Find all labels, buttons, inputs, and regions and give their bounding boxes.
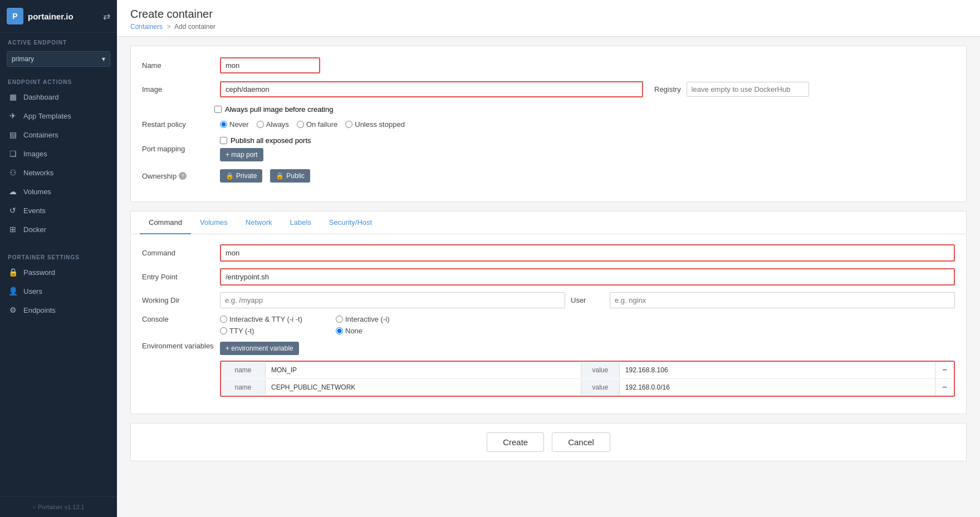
env-remove-button-1[interactable]: − [935, 362, 954, 378]
registry-input[interactable] [687, 82, 809, 97]
publish-ports-label: Publish all exposed ports [231, 136, 311, 145]
add-env-variable-button[interactable]: + environment variable [220, 342, 299, 355]
tab-network[interactable]: Network [237, 211, 281, 234]
tab-volumes[interactable]: Volumes [191, 211, 237, 234]
workingdir-input[interactable] [220, 292, 565, 308]
ownership-help-icon[interactable]: ? [179, 172, 187, 180]
restart-on-failure[interactable]: On failure [297, 120, 337, 129]
sidebar-item-containers[interactable]: ▤ Containers [0, 125, 117, 144]
lock-icon: 🔒 [226, 172, 234, 180]
portainer-settings-label: PORTAINER SETTINGS [0, 248, 117, 263]
create-container-form: Name Image Registry Always pull image be… [130, 46, 967, 202]
publish-ports-checkbox[interactable] [220, 137, 227, 144]
sidebar-item-dashboard[interactable]: ▦ Dashboard [0, 87, 117, 106]
env-table-row: name value − [221, 379, 954, 396]
sidebar-item-label: Users [23, 287, 42, 296]
name-label: Name [142, 61, 214, 70]
sidebar-item-docker[interactable]: ⊞ Docker [0, 220, 117, 239]
command-label: Command [142, 249, 214, 257]
workingdir-user-row: Working Dir User [142, 292, 955, 308]
restart-never[interactable]: Never [220, 120, 249, 129]
sidebar-item-label: App Templates [23, 112, 71, 120]
pull-checkbox[interactable] [214, 106, 222, 113]
page-header: Create container Containers > Add contai… [117, 0, 980, 37]
console-none-label: None [345, 327, 362, 335]
env-remove-button-2[interactable]: − [935, 379, 954, 396]
networks-icon: ⚇ [8, 168, 18, 177]
sidebar-item-label: Images [23, 150, 47, 158]
events-icon: ↺ [8, 206, 18, 215]
users-icon: 👤 [8, 287, 18, 296]
sidebar-item-label: Dashboard [23, 93, 59, 101]
sidebar-item-password[interactable]: 🔒 Password [0, 263, 117, 282]
volumes-icon: ☁ [8, 187, 18, 196]
sidebar-item-endpoints[interactable]: ⚙ Endpoints [0, 301, 117, 319]
entrypoint-input[interactable] [220, 268, 955, 285]
endpoint-selector[interactable]: primary ▾ [7, 51, 110, 67]
user-input[interactable] [610, 292, 955, 308]
restart-policy-label: Restart policy [142, 120, 214, 129]
version-text: Portainer v1.12.1 [38, 504, 85, 510]
console-tty-label: TTY (-t) [229, 327, 254, 335]
sidebar-item-label: Volumes [23, 188, 51, 196]
main-content: Create container Containers > Add contai… [117, 0, 980, 517]
breadcrumb-separator: > [166, 23, 170, 31]
pull-checkbox-row: Always pull image before creating [214, 105, 955, 114]
tab-labels[interactable]: Labels [281, 211, 320, 234]
breadcrumb-link[interactable]: Containers [130, 23, 163, 31]
restart-unless-stopped[interactable]: Unless stopped [345, 120, 405, 129]
sidebar-item-images[interactable]: ❏ Images [0, 144, 117, 163]
command-row: Command [142, 244, 955, 262]
env-value-input-1[interactable] [620, 363, 935, 377]
sidebar-logo: P portainer.io ⇄ [0, 0, 117, 33]
create-button[interactable]: Create [487, 432, 544, 452]
portainer-logo-icon: P [7, 8, 23, 24]
sidebar-item-users[interactable]: 👤 Users [0, 282, 117, 301]
cancel-button[interactable]: Cancel [552, 432, 610, 452]
env-name-label-2: name [221, 380, 266, 395]
console-interactive[interactable]: Interactive (-i) [336, 315, 389, 323]
env-value-input-2[interactable] [620, 380, 935, 395]
command-input[interactable] [220, 244, 955, 262]
images-icon: ❏ [8, 149, 18, 158]
image-label: Image [142, 85, 214, 93]
tab-security-host[interactable]: Security/Host [320, 211, 381, 234]
public-button[interactable]: 🔒 Public [270, 169, 310, 183]
password-icon: 🔒 [8, 268, 18, 277]
console-tty[interactable]: TTY (-t) [220, 327, 302, 335]
env-name-label-1: name [221, 362, 266, 378]
transfer-icon[interactable]: ⇄ [103, 11, 110, 22]
map-port-button[interactable]: + map port [220, 148, 263, 161]
endpoints-icon: ⚙ [8, 306, 18, 314]
sidebar-item-events[interactable]: ↺ Events [0, 201, 117, 220]
sidebar-item-label: Events [23, 206, 46, 215]
tab-command[interactable]: Command [140, 211, 191, 234]
ownership-row: Ownership ? 🔒 Private 🔒 Public [142, 169, 955, 183]
port-mapping-label: Port mapping [142, 145, 214, 153]
sidebar-item-app-templates[interactable]: ✈ App Templates [0, 106, 117, 125]
sidebar-item-networks[interactable]: ⚇ Networks [0, 163, 117, 182]
endpoint-value: primary [12, 55, 34, 63]
app-templates-icon: ✈ [8, 111, 18, 120]
endpoint-actions-label: ENDPOINT ACTIONS [0, 72, 117, 87]
console-interactive-tty-label: Interactive & TTY (-i -t) [229, 315, 302, 323]
env-name-input-1[interactable] [266, 363, 581, 377]
image-row: Image Registry [142, 81, 955, 97]
sidebar-item-volumes[interactable]: ☁ Volumes [0, 182, 117, 201]
port-mapping-row: Port mapping Publish all exposed ports +… [142, 136, 955, 161]
console-label: Console [142, 315, 214, 323]
console-interactive-tty[interactable]: Interactive & TTY (-i -t) [220, 315, 302, 323]
console-interactive-label: Interactive (-i) [345, 315, 389, 323]
containers-icon: ▤ [8, 130, 18, 139]
env-table-row: name value − [221, 362, 954, 379]
chevron-down-icon: ▾ [102, 55, 105, 63]
env-name-input-2[interactable] [266, 380, 581, 395]
version-icon: ○ [32, 504, 38, 510]
sidebar-item-label: Endpoints [23, 306, 56, 314]
image-input[interactable] [220, 81, 643, 97]
restart-always[interactable]: Always [257, 120, 289, 129]
name-input[interactable] [220, 57, 320, 73]
console-none[interactable]: None [336, 327, 389, 335]
breadcrumb-current: Add container [174, 23, 215, 31]
private-button[interactable]: 🔒 Private [220, 169, 262, 183]
